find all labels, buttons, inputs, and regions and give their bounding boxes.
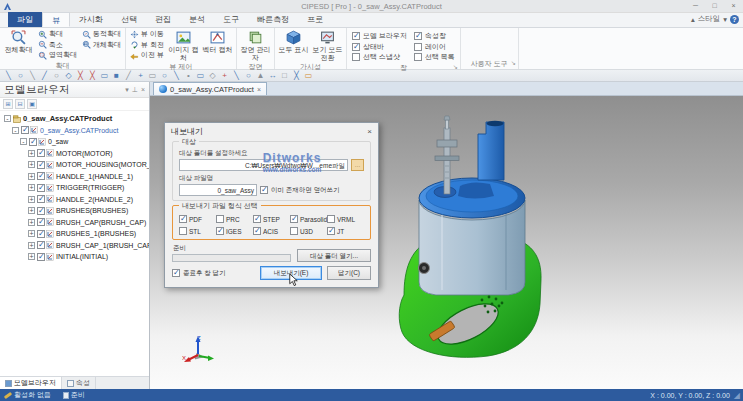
format-checkbox-parasolid[interactable]: Parasolid — [290, 215, 327, 223]
checkbox-icon[interactable] — [327, 215, 335, 223]
tree-checkbox[interactable] — [37, 161, 45, 169]
minimize-icon[interactable]: ─ — [686, 0, 705, 12]
ribbon-button[interactable]: 축소 — [36, 40, 79, 51]
format-checkbox-step[interactable]: STEP — [253, 215, 290, 223]
tree-checkbox[interactable] — [29, 138, 37, 146]
browse-folder-button[interactable]: … — [351, 159, 364, 171]
format-checkbox-u3d[interactable]: U3D — [290, 227, 327, 235]
tree-checkbox[interactable] — [37, 207, 45, 215]
resize-grip[interactable]: ◢ — [734, 391, 739, 400]
overwrite-checkbox[interactable] — [260, 186, 268, 194]
ribbon-checkbox[interactable]: 레이어 — [411, 42, 458, 53]
ribbon-checkbox[interactable]: 선택 목록 — [411, 52, 458, 63]
ribbon-button[interactable]: 동적확대 — [80, 29, 123, 40]
dialog-launcher-icon[interactable]: ↘ — [453, 62, 458, 72]
tree-expander-icon[interactable]: + — [28, 150, 35, 157]
checkbox-icon[interactable] — [216, 227, 224, 235]
menu-tab-tools[interactable]: 도구 — [214, 12, 248, 27]
menu-tab-file[interactable]: 파일 — [8, 12, 42, 27]
tree-item[interactable]: -0_saw — [2, 136, 149, 148]
format-checkbox-stl[interactable]: STL — [179, 227, 216, 235]
format-checkbox-jt[interactable]: JT — [327, 227, 364, 235]
tree-expander-icon[interactable]: + — [28, 173, 35, 180]
tree-expander-icon[interactable]: + — [28, 184, 35, 191]
checkbox-icon[interactable] — [290, 227, 298, 235]
format-checkbox-vrml[interactable]: VRML — [327, 215, 364, 223]
tree-item[interactable]: +HANDLE_1(HANDLE_1) — [2, 171, 149, 183]
close-icon[interactable]: × — [724, 0, 743, 12]
3d-canvas[interactable]: Z X 내보내기 × 대상 대상 폴더를 — [150, 96, 743, 389]
close-after-checkbox[interactable] — [172, 269, 180, 277]
format-checkbox-acis[interactable]: ACIS — [253, 227, 290, 235]
tree-tool-icon-3[interactable]: ▣ — [27, 99, 37, 109]
tree-expander-icon[interactable]: - — [12, 127, 19, 134]
tree-checkbox[interactable] — [37, 241, 45, 249]
menu-tab-quick-measure[interactable]: 빠른측정 — [248, 12, 298, 27]
line-tool-icon[interactable]: ╲ — [27, 70, 38, 81]
menu-tab-edit[interactable]: 편집 — [146, 12, 180, 27]
tree-expander-icon[interactable]: + — [28, 219, 35, 226]
tree-checkbox[interactable] — [37, 172, 45, 180]
panel-pin-icon[interactable]: ⊥ — [132, 86, 138, 94]
tree-item[interactable]: +BRUSH_CAP(BRUSH_CAP) — [2, 217, 149, 229]
diag-tool-icon[interactable]: ╱ — [39, 70, 50, 81]
select-tool-icon[interactable]: ╲ — [3, 70, 14, 81]
checkbox-icon[interactable] — [414, 53, 422, 61]
tree-checkbox[interactable] — [21, 126, 29, 134]
tree-item[interactable]: +INITIAL(INITIAL) — [2, 251, 149, 263]
checkbox-icon[interactable] — [290, 215, 298, 223]
ribbon-button[interactable]: 뷰 회전 — [128, 40, 166, 51]
tree-expander-icon[interactable]: + — [28, 230, 35, 237]
delete-tool-icon[interactable]: ╳ — [75, 70, 86, 81]
checkbox-icon[interactable] — [327, 227, 335, 235]
checkbox-icon[interactable] — [352, 43, 360, 51]
ribbon-button[interactable]: 개체확대 — [80, 40, 123, 51]
open-target-folder-button[interactable]: 대상 폴더 열기... — [297, 249, 371, 262]
ribbon-button[interactable]: 보기 모드 전환 — [311, 29, 344, 62]
ribbon-button[interactable]: 이미지 캡처 — [167, 29, 200, 62]
menu-tab-view[interactable]: 뷰 — [42, 12, 70, 27]
tree-item[interactable]: +BRUSHES(BRUSHES) — [2, 205, 149, 217]
ellipse-tool-icon[interactable]: ○ — [51, 70, 62, 81]
tree-item[interactable]: +HANDLE_2(HANDLE_2) — [2, 194, 149, 206]
tree-expander-icon[interactable]: + — [28, 253, 35, 260]
tree-item[interactable]: +BRUSHES_1(BRUSHES) — [2, 228, 149, 240]
ribbon-checkbox[interactable]: 속성창 — [411, 31, 458, 42]
ribbon-button[interactable]: 영역확대 — [36, 50, 79, 61]
tree-tool-icon-2[interactable]: ⊟ — [15, 99, 25, 109]
tree-item[interactable]: +BRUSH_CAP_1(BRUSH_CAP) — [2, 240, 149, 252]
checkbox-icon[interactable] — [179, 227, 187, 235]
ribbon-button[interactable]: 이전 뷰 — [128, 50, 166, 61]
panel-tab-properties[interactable]: 속성 — [62, 377, 96, 389]
ribbon-button[interactable]: 벡터 캡처 — [201, 29, 234, 54]
checkbox-icon[interactable] — [253, 215, 261, 223]
tree-item[interactable]: +MOTOR(MOTOR) — [2, 148, 149, 160]
tree-item[interactable]: +TRIGGER(TRIGGER) — [2, 182, 149, 194]
checkbox-icon[interactable] — [414, 32, 422, 40]
document-tab-close-icon[interactable]: × — [257, 86, 261, 93]
drill-model[interactable] — [390, 100, 580, 362]
panel-dropdown-icon[interactable]: ▾ — [125, 86, 129, 94]
rect-tool-icon[interactable]: ▭ — [99, 70, 110, 81]
ribbon-button[interactable]: 전체확대 — [2, 29, 35, 54]
tree-item[interactable]: -0_saw_Assy.CATProduct — [2, 113, 149, 125]
circle-tool-icon[interactable]: ○ — [15, 70, 26, 81]
format-checkbox-pdf[interactable]: PDF — [179, 215, 216, 223]
folder-path-field[interactable]: C:₩Users₩Wdtwo₩W…eme파일 — [179, 159, 348, 171]
tree-checkbox[interactable] — [37, 195, 45, 203]
tree-expander-icon[interactable]: - — [20, 138, 27, 145]
ribbon-checkbox[interactable]: 선택 스냅샷 — [349, 52, 410, 63]
tree-checkbox[interactable] — [37, 230, 45, 238]
style-dropdown-icon[interactable]: ▾ — [723, 15, 727, 24]
menu-tab-analyze[interactable]: 분석 — [180, 12, 214, 27]
fill-tool-icon[interactable]: ■ — [111, 70, 122, 81]
menu-tab-visualize[interactable]: 가시화 — [70, 12, 112, 27]
format-checkbox-iges[interactable]: IGES — [216, 227, 253, 235]
tree-checkbox[interactable] — [37, 218, 45, 226]
tree-checkbox[interactable] — [37, 149, 45, 157]
style-menu[interactable]: 스타일 — [698, 14, 721, 24]
checkbox-icon[interactable] — [216, 215, 224, 223]
tree-expander-icon[interactable]: + — [28, 161, 35, 168]
ribbon-button[interactable]: 확대 — [36, 29, 79, 40]
erase-tool-icon[interactable]: ╳ — [87, 70, 98, 81]
